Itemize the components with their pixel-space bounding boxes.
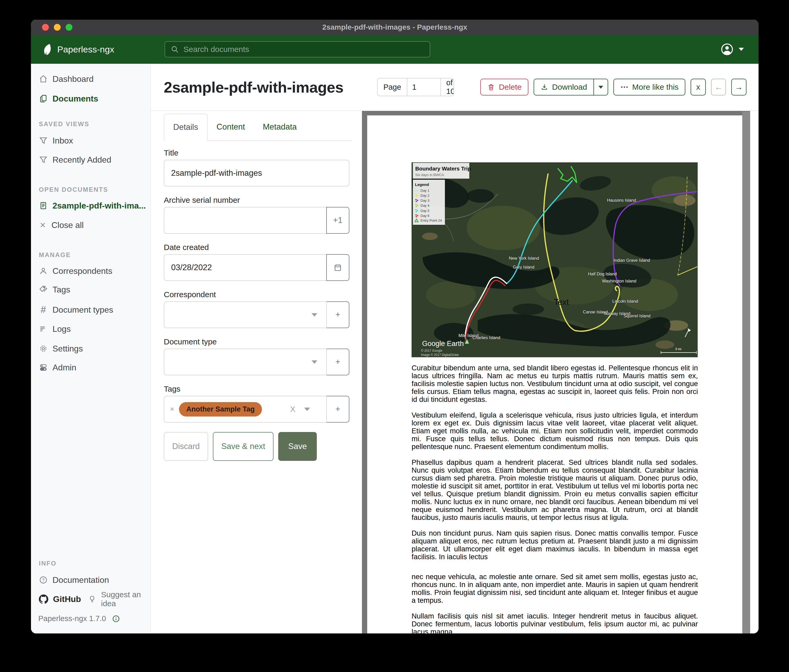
tags-select[interactable]: × Another Sample Tag X xyxy=(164,396,327,422)
caret-down-icon xyxy=(599,86,603,89)
add-correspondent-button[interactable]: + xyxy=(326,301,349,328)
dots-icon xyxy=(620,85,629,89)
version-label: Paperless-ngx 1.7.0 xyxy=(38,614,106,623)
info-circle-icon[interactable] xyxy=(112,615,120,623)
pdf-page: Hausons Island New York Island Gary Isla… xyxy=(367,115,742,634)
download-options-button[interactable] xyxy=(594,79,608,96)
map-title-box: Boundary Waters Trip Six days in BWCA xyxy=(413,163,471,178)
svg-text:Day 6: Day 6 xyxy=(420,214,430,218)
date-created-label: Date created xyxy=(164,243,349,252)
user-menu-button[interactable] xyxy=(720,35,744,64)
save-and-next-button[interactable]: Save & next xyxy=(213,432,273,461)
sidebar-item-label: Logs xyxy=(53,324,70,334)
download-button[interactable]: Download xyxy=(533,79,594,96)
form-actions: Discard Save & next Save xyxy=(164,432,362,461)
close-document-button[interactable]: x xyxy=(691,79,706,96)
sidebar-item-label: Document types xyxy=(53,305,113,315)
sidebar-item-label: 2sample-pdf-with-ima... xyxy=(53,201,146,211)
page-number-input[interactable] xyxy=(407,78,441,96)
previous-page-button[interactable]: ← xyxy=(711,79,726,96)
svg-text:Image © 2017 DigitalGlobe: Image © 2017 DigitalGlobe xyxy=(421,353,459,357)
sidebar-item-logs[interactable]: Logs xyxy=(39,323,70,335)
brand[interactable]: Paperless-ngx xyxy=(42,43,114,55)
minimize-window-button[interactable] xyxy=(54,24,61,31)
remove-tag-icon[interactable]: × xyxy=(170,405,174,413)
sidebar-item-inbox[interactable]: Inbox xyxy=(39,134,73,147)
sidebar-item-tags[interactable]: Tags xyxy=(39,283,70,296)
navbar: Paperless-ngx xyxy=(31,35,759,64)
title-input[interactable] xyxy=(164,160,349,186)
sidebar-item-documentation[interactable]: ? Documentation xyxy=(39,574,109,586)
download-label: Download xyxy=(552,83,587,92)
asn-increment-button[interactable]: +1 xyxy=(326,207,349,234)
sidebar-item-suggest-idea[interactable]: Suggest an idea xyxy=(88,593,150,605)
page-total: of 10 xyxy=(441,78,454,96)
svg-text:Washington Island: Washington Island xyxy=(602,279,636,283)
delete-button[interactable]: Delete xyxy=(480,79,529,96)
sidebar-item-settings[interactable]: Settings xyxy=(39,342,83,355)
sidebar-item-admin[interactable]: Admin xyxy=(39,361,77,374)
app-version: Paperless-ngx 1.7.0 xyxy=(38,614,120,623)
sidebar-item-label: Dashboard xyxy=(53,74,94,84)
leaf-logo-icon xyxy=(42,43,53,55)
search-input[interactable] xyxy=(183,45,425,54)
sidebar-item-label: Documents xyxy=(53,94,98,104)
tab-bar: Details Content Metadata xyxy=(164,113,352,141)
chevron-down-icon xyxy=(311,360,317,364)
page-title: 2sample-pdf-with-images xyxy=(164,78,343,96)
sidebar-item-documents[interactable]: Documents xyxy=(39,92,98,105)
document-type-select[interactable] xyxy=(164,349,327,375)
arrow-right-icon: → xyxy=(735,83,743,92)
sidebar-item-github[interactable]: GitHub xyxy=(39,593,81,605)
download-split-button: Download xyxy=(533,79,608,96)
sidebar-item-label: Documentation xyxy=(53,575,109,585)
next-page-button[interactable]: → xyxy=(731,79,746,96)
add-document-type-button[interactable]: + xyxy=(326,349,349,375)
close-window-button[interactable] xyxy=(42,24,49,31)
save-button[interactable]: Save xyxy=(278,432,317,461)
sidebar-item-close-all[interactable]: Close all xyxy=(39,219,84,231)
pdf-paragraph: Nullam facilisis quis nisl sit amet iacu… xyxy=(412,612,698,634)
tab-metadata[interactable]: Metadata xyxy=(254,113,305,140)
pdf-text: Curabitur bibendum ante urna, sed blandi… xyxy=(412,364,698,634)
document-type-label: Document type xyxy=(164,337,349,347)
page-label: Page xyxy=(378,78,407,96)
sidebar-item-correspondents[interactable]: Correspondents xyxy=(39,265,112,277)
sidebar-item-document-types[interactable]: # Document types xyxy=(39,304,113,316)
more-like-this-button[interactable]: More like this xyxy=(613,79,685,96)
pdf-paragraph: Vestibulum eleifend, ligula a scelerisqu… xyxy=(412,411,698,451)
date-created-input[interactable] xyxy=(164,254,327,281)
window-title: 2sample-pdf-with-images - Paperless-ngx xyxy=(31,23,759,32)
asn-input[interactable] xyxy=(164,207,327,234)
tags-label: Tags xyxy=(164,384,349,394)
clear-tags-icon[interactable]: X xyxy=(290,405,295,414)
pdf-viewer[interactable]: Hausons Island New York Island Gary Isla… xyxy=(362,111,750,634)
sidebar-heading-saved-views: SAVED VIEWS xyxy=(39,120,89,128)
svg-text:Charlies Island: Charlies Island xyxy=(473,336,500,340)
tab-details[interactable]: Details xyxy=(164,113,208,141)
calendar-button[interactable] xyxy=(326,254,349,281)
svg-text:Day 1: Day 1 xyxy=(420,189,430,193)
titlebar: 2sample-pdf-with-images - Paperless-ngx xyxy=(31,20,759,35)
sidebar-item-label: Settings xyxy=(53,344,83,354)
zoom-window-button[interactable] xyxy=(65,24,72,31)
svg-text:?: ? xyxy=(42,578,45,582)
documents-icon xyxy=(39,94,48,103)
sidebar-item-label: Inbox xyxy=(53,136,73,146)
discard-button[interactable]: Discard xyxy=(164,432,208,461)
svg-text:Lincoln Island: Lincoln Island xyxy=(612,299,638,304)
correspondent-select[interactable] xyxy=(164,301,327,328)
sidebar-item-label: Tags xyxy=(53,285,70,295)
svg-text:Six days in BWCA: Six days in BWCA xyxy=(415,173,444,177)
sidebar-item-dashboard[interactable]: Dashboard xyxy=(39,73,94,85)
add-tag-button[interactable]: + xyxy=(326,396,349,422)
viewer-scrollbar[interactable] xyxy=(742,111,750,634)
chevron-down-icon xyxy=(739,48,744,51)
tag-chip[interactable]: Another Sample Tag xyxy=(179,402,262,417)
asn-field-label: Archive serial number xyxy=(164,196,349,205)
sidebar-item-recently-added[interactable]: Recently Added xyxy=(39,153,111,166)
list-lines-icon xyxy=(39,325,48,333)
tab-content[interactable]: Content xyxy=(208,113,254,140)
svg-text:Hausons Island: Hausons Island xyxy=(607,198,636,202)
sidebar-item-open-document[interactable]: 2sample-pdf-with-ima... xyxy=(39,199,146,212)
